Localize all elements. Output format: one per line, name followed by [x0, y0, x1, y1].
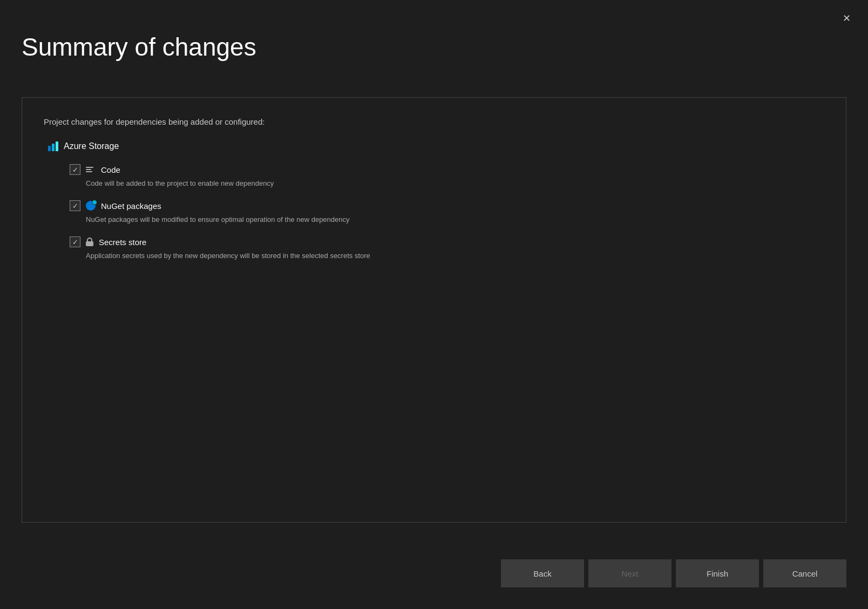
footer-buttons: Back Next Finish Cancel [501, 559, 846, 587]
item-header-nuget: ✓ NuGet packages [70, 200, 824, 211]
list-item: ✓ Secrets store Application secrets used… [70, 236, 824, 260]
checkmark-icon: ✓ [72, 202, 78, 210]
cancel-button[interactable]: Cancel [763, 559, 846, 587]
item-name-code: Code [101, 165, 120, 174]
section-label: Project changes for dependencies being a… [44, 117, 824, 126]
items-list: ✓ Code Code will be added to the project… [70, 164, 824, 260]
checkbox-nuget[interactable]: ✓ [70, 200, 80, 211]
code-icon [86, 167, 96, 172]
item-description-code: Code will be added to the project to ena… [86, 179, 824, 187]
item-name-secrets: Secrets store [99, 238, 146, 247]
back-button[interactable]: Back [501, 559, 584, 587]
nuget-icon [86, 201, 96, 211]
azure-storage-icon [48, 141, 58, 151]
content-panel: Project changes for dependencies being a… [22, 97, 846, 523]
list-item: ✓ NuGet packages NuGet packages will be … [70, 200, 824, 224]
close-icon: ✕ [843, 12, 851, 24]
item-header-code: ✓ Code [70, 164, 824, 175]
checkbox-code[interactable]: ✓ [70, 164, 80, 175]
next-button: Next [588, 559, 672, 587]
page-title: Summary of changes [22, 32, 256, 62]
item-description-nuget: NuGet packages will be modified to ensur… [86, 215, 824, 224]
item-description-secrets: Application secrets used by the new depe… [86, 252, 824, 260]
checkmark-icon: ✓ [72, 166, 78, 174]
finish-button[interactable]: Finish [676, 559, 759, 587]
lock-icon [86, 238, 93, 246]
list-item: ✓ Code Code will be added to the project… [70, 164, 824, 187]
item-name-nuget: NuGet packages [101, 201, 161, 211]
checkmark-icon: ✓ [72, 238, 78, 246]
close-button[interactable]: ✕ [838, 10, 855, 27]
dependency-name: Azure Storage [64, 141, 119, 151]
item-header-secrets: ✓ Secrets store [70, 236, 824, 247]
dependency-header: Azure Storage [48, 141, 824, 151]
checkbox-secrets[interactable]: ✓ [70, 236, 80, 247]
